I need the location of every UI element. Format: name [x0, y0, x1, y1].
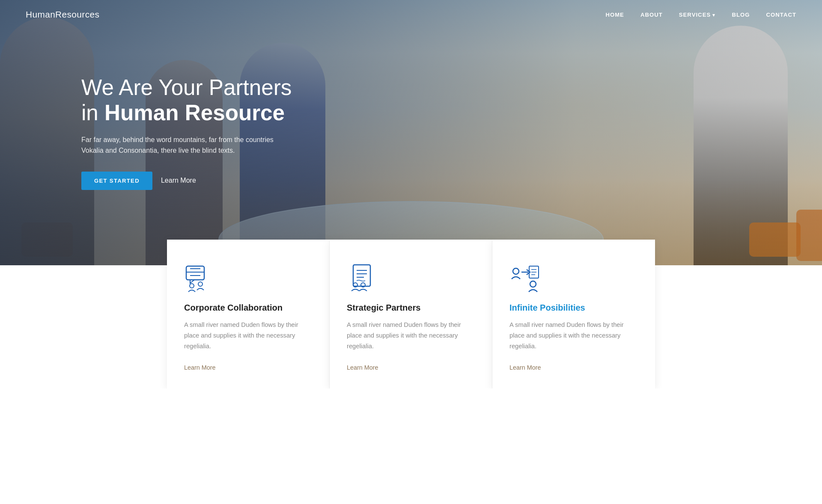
card-infinite-possibilities: Infinite Posibilities A small river name… — [492, 240, 655, 388]
card-infinite-link[interactable]: Learn More — [509, 364, 541, 371]
card-corporate-collaboration: Corporate Collaboration A small river na… — [167, 240, 330, 388]
card-corporate-link[interactable]: Learn More — [184, 364, 216, 371]
svg-rect-0 — [186, 266, 204, 280]
strategic-partners-icon — [347, 263, 377, 293]
svg-point-4 — [198, 282, 203, 286]
card-strategic-link[interactable]: Learn More — [347, 364, 378, 371]
corporate-collaboration-icon — [184, 263, 214, 293]
nav-link-blog[interactable]: BLOG — [732, 12, 750, 18]
infinite-possibilities-icon — [509, 263, 539, 293]
hero-title-line1: We Are Your Partners — [81, 75, 292, 100]
hero-content: We Are Your Partners in Human Resource F… — [0, 75, 295, 190]
hero-section: We Are Your Partners in Human Resource F… — [0, 0, 822, 265]
card-infinite-text: A small river named Duden flows by their… — [509, 320, 638, 352]
nav-link-services[interactable]: SERVICES — [679, 12, 716, 18]
nav-link-home[interactable]: HOME — [605, 12, 624, 18]
nav-menu: HOME ABOUT SERVICES BLOG CONTACT — [605, 11, 796, 18]
nav-item-about[interactable]: ABOUT — [640, 11, 663, 18]
hero-title-line2: in Human Resource — [81, 101, 285, 125]
card-strategic-title: Strategic Partners — [347, 303, 475, 313]
site-logo[interactable]: HumanResources — [26, 9, 99, 20]
cards-section: Corporate Collaboration A small river na… — [0, 240, 822, 388]
hero-cta-group: GET STARTED Learn More — [81, 172, 295, 190]
learn-more-link[interactable]: Learn More — [161, 177, 196, 184]
navigation: HumanResources HOME ABOUT SERVICES BLOG … — [0, 0, 822, 29]
nav-link-about[interactable]: ABOUT — [640, 12, 663, 18]
nav-item-contact[interactable]: CONTACT — [766, 11, 796, 18]
card-strategic-partners: Strategic Partners A small river named D… — [330, 240, 492, 388]
card-corporate-title: Corporate Collaboration — [184, 303, 312, 313]
card-corporate-text: A small river named Duden flows by their… — [184, 320, 312, 352]
hero-title-bold: Human Resource — [104, 101, 285, 125]
svg-point-3 — [190, 284, 194, 288]
card-infinite-title: Infinite Posibilities — [509, 303, 638, 313]
svg-point-18 — [530, 281, 536, 287]
nav-item-blog[interactable]: BLOG — [732, 11, 750, 18]
nav-link-contact[interactable]: CONTACT — [766, 12, 796, 18]
nav-item-home[interactable]: HOME — [605, 11, 624, 18]
hero-title: We Are Your Partners in Human Resource — [81, 75, 295, 126]
svg-point-12 — [513, 268, 519, 274]
get-started-button[interactable]: GET STARTED — [81, 172, 152, 190]
nav-item-services[interactable]: SERVICES — [679, 11, 716, 18]
card-strategic-text: A small river named Duden flows by their… — [347, 320, 475, 352]
hero-title-plain: in — [81, 101, 104, 125]
hero-subtitle: Far far away, behind the word mountains,… — [81, 134, 295, 156]
